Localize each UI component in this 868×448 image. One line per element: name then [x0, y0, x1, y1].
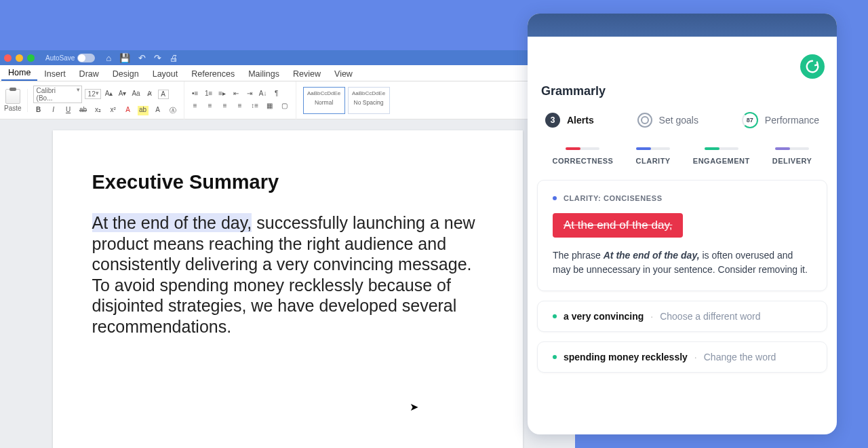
snippet-text: spending money recklessly [564, 352, 688, 362]
numbering-icon[interactable]: 1≡ [203, 90, 214, 99]
doc-paragraph[interactable]: At the end of the day, successfully laun… [92, 212, 484, 337]
subscript-button[interactable]: x₂ [93, 106, 104, 115]
font-group: Calibri (Bo... 12 A▴ A▾ Aa A̷ A B I U ab… [31, 81, 184, 119]
suggestion-card[interactable]: a very convincing · Choose a different w… [537, 301, 827, 332]
show-marks-icon[interactable]: ¶ [271, 90, 282, 99]
char-border-icon[interactable]: A [158, 90, 169, 99]
increase-indent-icon[interactable]: ⇥ [244, 90, 255, 99]
alerts-label: Alerts [567, 115, 594, 126]
separator: · [694, 352, 697, 362]
maximize-icon[interactable] [27, 54, 35, 62]
cat-correctness[interactable]: CORRECTNESS [553, 147, 614, 165]
text-effects-icon[interactable]: A [153, 106, 163, 115]
italic-button[interactable]: I [48, 106, 59, 115]
justify-icon[interactable]: ≡ [235, 102, 245, 111]
dot-icon [553, 355, 557, 359]
save-icon[interactable]: 💾 [119, 53, 130, 63]
style-sample: AaBbCcDdEe [352, 90, 385, 96]
decrease-font-icon[interactable]: A▾ [117, 90, 128, 99]
align-right-icon[interactable]: ≡ [220, 102, 231, 111]
highlight-icon[interactable]: ab [138, 106, 149, 115]
panel-header-bar [528, 14, 837, 37]
tab-home[interactable]: Home [1, 66, 37, 81]
ribbon-tabs: Home Insert Draw Design Layout Reference… [0, 65, 575, 81]
panel-tabs: 3 Alerts Set goals 87 Performance [528, 98, 837, 128]
remove-phrase-chip[interactable]: At the end of the day, [553, 213, 683, 238]
suggestion-card-primary[interactable]: CLARITY: CONCISENESS At the end of the d… [537, 180, 827, 291]
snippet-text: a very convincing [564, 311, 644, 322]
tab-alerts[interactable]: 3 Alerts [545, 112, 594, 128]
sort-icon[interactable]: A↓ [258, 90, 269, 99]
tab-mailings[interactable]: Mailings [241, 67, 286, 81]
paragraph-group: •≡ 1≡ ≡▸ ⇤ ⇥ A↓ ¶ ≡ ≡ ≡ ≡ ↕≡ ▦ ▢ [187, 81, 296, 119]
style-normal[interactable]: AaBbCcDdEe Normal [303, 87, 345, 114]
grammarly-logo-icon[interactable] [800, 54, 825, 79]
print-icon[interactable]: 🖨 [170, 53, 178, 63]
align-center-icon[interactable]: ≡ [205, 102, 216, 111]
word-titlebar: AutoSave ⌂ 💾 ↶ ↷ 🖨 [0, 50, 575, 65]
tab-insert[interactable]: Insert [37, 67, 72, 81]
performance-score-ring: 87 [742, 112, 758, 128]
superscript-button[interactable]: x² [108, 106, 119, 115]
cat-engagement[interactable]: ENGAGEMENT [693, 147, 750, 165]
dot-icon [553, 314, 557, 318]
toggle-icon[interactable] [77, 54, 95, 62]
style-name-normal: Normal [304, 99, 344, 106]
home-icon[interactable]: ⌂ [106, 53, 111, 63]
bullets-icon[interactable]: •≡ [190, 90, 201, 99]
suggestion-list: CLARITY: CONCISENESS At the end of the d… [528, 180, 837, 373]
undo-icon[interactable]: ↶ [138, 53, 146, 63]
clipboard-group: Paste [4, 89, 28, 112]
autosave-label: AutoSave [45, 54, 75, 62]
strike-button[interactable]: ab [78, 106, 89, 115]
shading-icon[interactable]: ▦ [264, 102, 275, 111]
tab-set-goals[interactable]: Set goals [637, 112, 698, 128]
separator: · [650, 311, 653, 322]
action-hint: Change the word [704, 352, 776, 362]
align-left-icon[interactable]: ≡ [190, 102, 201, 111]
tab-references[interactable]: References [184, 67, 241, 81]
highlighted-phrase: At the end of the day, [92, 213, 252, 232]
tab-performance[interactable]: 87 Performance [742, 112, 819, 128]
borders-icon[interactable]: ▢ [279, 102, 290, 111]
font-size-select[interactable]: 12 [85, 89, 101, 99]
autosave-toggle[interactable]: AutoSave [45, 54, 95, 62]
font-color-icon[interactable]: A [123, 106, 134, 115]
cursor-icon: ➤ [410, 400, 418, 413]
font-name-select[interactable]: Calibri (Bo... [33, 86, 82, 103]
doc-title: Executive Summary [92, 171, 484, 193]
performance-label: Performance [765, 115, 819, 126]
line-spacing-icon[interactable]: ↕≡ [250, 102, 260, 111]
ribbon: Paste Calibri (Bo... 12 A▴ A▾ Aa A̷ A B … [0, 81, 575, 119]
change-case-icon[interactable]: Aa [131, 90, 142, 99]
increase-font-icon[interactable]: A▴ [104, 90, 115, 99]
tab-draw[interactable]: Draw [73, 67, 106, 81]
action-hint: Choose a different word [660, 311, 760, 322]
style-no-spacing[interactable]: AaBbCcDdEe No Spacing [348, 87, 390, 114]
underline-button[interactable]: U [63, 106, 74, 115]
tab-review[interactable]: Review [286, 67, 328, 81]
paste-icon[interactable] [5, 89, 20, 104]
style-name-no-spacing: No Spacing [349, 99, 389, 106]
word-window: AutoSave ⌂ 💾 ↶ ↷ 🖨 Home Insert Draw Desi… [0, 50, 575, 448]
suggestion-card[interactable]: spending money recklessly · Change the w… [537, 341, 827, 373]
page[interactable]: Executive Summary At the end of the day,… [53, 130, 523, 448]
tab-view[interactable]: View [328, 67, 359, 81]
style-sample: AaBbCcDdEe [307, 90, 340, 96]
category-bar: CORRECTNESS CLARITY ENGAGEMENT DELIVERY [528, 128, 837, 180]
target-icon [637, 113, 652, 128]
panel-title: Grammarly [528, 37, 837, 98]
circled-a-icon[interactable]: Ⓐ [167, 106, 178, 115]
tab-layout[interactable]: Layout [146, 67, 185, 81]
clear-format-icon[interactable]: A̷ [144, 90, 155, 99]
cat-clarity[interactable]: CLARITY [636, 147, 671, 165]
redo-icon[interactable]: ↷ [154, 53, 161, 63]
minimize-icon[interactable] [16, 54, 23, 62]
close-icon[interactable] [4, 54, 12, 62]
decrease-indent-icon[interactable]: ⇤ [231, 90, 241, 99]
cat-delivery[interactable]: DELIVERY [772, 147, 812, 165]
tab-design[interactable]: Design [106, 67, 146, 81]
styles-group: AaBbCcDdEe Normal AaBbCcDdEe No Spacing [299, 81, 394, 119]
bold-button[interactable]: B [33, 106, 44, 115]
multilevel-icon[interactable]: ≡▸ [217, 90, 228, 99]
